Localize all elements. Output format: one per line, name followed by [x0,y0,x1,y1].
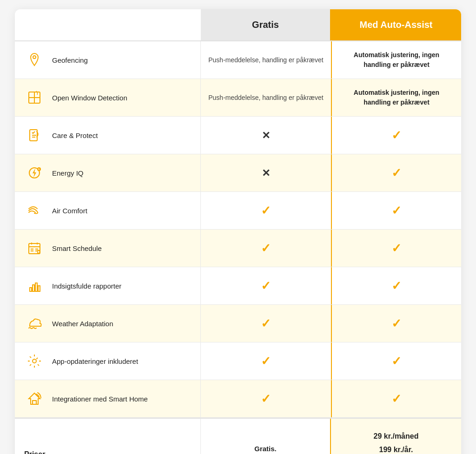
autoassist-price-bold2: 199 kr./år. [379,443,413,454]
gratis-value-reports: ✓ [201,267,331,304]
care-icon [24,125,45,145]
svg-point-24 [33,359,36,363]
pricing-row: Priser Gratis. Inkluderet i alle tado°-e… [15,418,461,454]
svg-point-0 [33,56,36,59]
gratis-value-window-detection: Push-meddelelse, handling er påkrævet [201,79,331,116]
autoassist-bold-text-geofencing: Automatisk justering, ingen handling er … [339,50,454,70]
svg-rect-22 [35,283,37,291]
feature-row-weather-adaptation: Weather Adaptation✓✓ [15,305,461,342]
autoassist-price-bold1: 29 kr./måned [374,430,419,443]
feature-cell-smart-home: Integrationer med Smart Home [15,380,201,417]
check-icon: ✓ [391,164,402,182]
check-icon: ✓ [261,352,271,370]
smarthome-icon [24,388,45,409]
gratis-price-bold: Gratis. [254,443,277,454]
feature-cell-smart-schedule: Smart Schedule [15,230,201,267]
svg-rect-23 [38,286,40,291]
autoassist-value-window-detection: Automatisk justering, ingen handling er … [331,79,461,116]
autoassist-value-smart-home: ✓ [331,380,461,417]
check-icon: ✓ [261,390,271,408]
feature-row-geofencing: GeofencingPush-meddelelse, handling er p… [15,41,461,79]
feature-cell-energy-iq: Energy IQ [15,154,201,191]
pricing-gratis-cell: Gratis. Inkluderet i alle tado°-enheder. [201,419,331,454]
check-icon: ✓ [391,315,402,333]
feature-row-care-protect: Care & Protect✕✓ [15,117,461,154]
check-icon: ✓ [261,202,271,220]
autoassist-value-care-protect: ✓ [331,117,461,154]
header-row: Gratis Med Auto-Assist [15,9,461,41]
feature-row-window-detection: Open Window DetectionPush-meddelelse, ha… [15,79,461,117]
gratis-value-smart-home: ✓ [201,380,331,417]
pricing-label-text: Priser [24,450,45,454]
autoassist-value-weather-adaptation: ✓ [331,305,461,342]
header-empty-cell [15,9,201,40]
feature-row-smart-home: Integrationer med Smart Home✓✓ [15,380,461,418]
header-gratis: Gratis [201,9,331,40]
autoassist-value-energy-iq: ✓ [331,154,461,191]
feature-name-energy-iq: Energy IQ [52,169,84,177]
energy-icon [24,163,45,183]
feature-cell-geofencing: Geofencing [15,41,201,79]
feature-name-air-comfort: Air Comfort [52,207,87,215]
gratis-value-weather-adaptation: ✓ [201,305,331,342]
reports-icon [24,276,45,296]
feature-name-app-updates: App-opdateringer inkluderet [52,357,138,365]
feature-cell-care-protect: Care & Protect [15,117,201,154]
check-icon: ✓ [261,315,271,333]
location-icon [24,50,45,70]
gratis-value-app-updates: ✓ [201,342,331,380]
feature-name-geofencing: Geofencing [52,56,88,64]
window-icon [24,87,45,108]
check-icon: ✓ [391,390,402,408]
svg-rect-20 [30,288,32,291]
feature-row-reports: Indsigtsfulde rapporter✓✓ [15,267,461,305]
check-icon: ✓ [261,277,271,295]
autoassist-value-geofencing: Automatisk justering, ingen handling er … [331,41,461,79]
pricing-autoassist-cell: 29 kr./måned 199 kr./år. Køb i appen. Du… [331,419,461,454]
feature-rows: GeofencingPush-meddelelse, handling er p… [15,41,461,418]
gratis-value-air-comfort: ✓ [201,192,331,229]
gratis-value-smart-schedule: ✓ [201,230,331,267]
autoassist-label: Med Auto-Assist [359,20,432,30]
weather-icon [24,313,45,334]
gratis-label: Gratis [252,20,279,30]
air-icon [24,200,45,221]
autoassist-bold-text-window-detection: Automatisk justering, ingen handling er … [339,88,454,107]
autoassist-value-app-updates: ✓ [331,342,461,380]
feature-cell-weather-adaptation: Weather Adaptation [15,305,201,342]
autoassist-value-smart-schedule: ✓ [331,230,461,267]
schedule-icon [24,238,45,258]
feature-row-smart-schedule: Smart Schedule✓✓ [15,230,461,267]
gratis-value-energy-iq: ✕ [201,154,331,191]
svg-rect-21 [33,285,34,291]
feature-name-reports: Indsigtsfulde rapporter [52,282,121,290]
cross-icon: ✕ [262,165,270,181]
feature-name-weather-adaptation: Weather Adaptation [52,320,113,328]
check-icon: ✓ [391,202,402,220]
cross-icon: ✕ [262,128,270,143]
feature-name-smart-home: Integrationer med Smart Home [52,395,148,403]
check-icon: ✓ [391,126,402,145]
feature-name-smart-schedule: Smart Schedule [52,244,102,252]
check-icon: ✓ [391,352,402,370]
feature-row-air-comfort: Air Comfort✓✓ [15,192,461,230]
feature-row-energy-iq: Energy IQ✕✓ [15,154,461,192]
check-icon: ✓ [261,239,271,257]
feature-name-care-protect: Care & Protect [52,132,98,139]
gratis-value-care-protect: ✕ [201,117,331,154]
autoassist-value-air-comfort: ✓ [331,192,461,229]
check-icon: ✓ [391,277,402,295]
feature-cell-reports: Indsigtsfulde rapporter [15,267,201,304]
gratis-value-geofencing: Push-meddelelse, handling er påkrævet [201,41,331,79]
feature-row-app-updates: App-opdateringer inkluderet✓✓ [15,342,461,380]
feature-name-window-detection: Open Window Detection [52,94,127,102]
comparison-table: Gratis Med Auto-Assist GeofencingPush-me… [15,9,461,454]
header-autoassist: Med Auto-Assist [331,9,461,40]
autoassist-value-reports: ✓ [331,267,461,304]
check-icon: ✓ [391,239,402,257]
feature-cell-window-detection: Open Window Detection [15,79,201,116]
feature-cell-air-comfort: Air Comfort [15,192,201,229]
feature-cell-app-updates: App-opdateringer inkluderet [15,342,201,380]
pricing-label-cell: Priser [15,419,201,454]
settings-icon [24,351,45,371]
